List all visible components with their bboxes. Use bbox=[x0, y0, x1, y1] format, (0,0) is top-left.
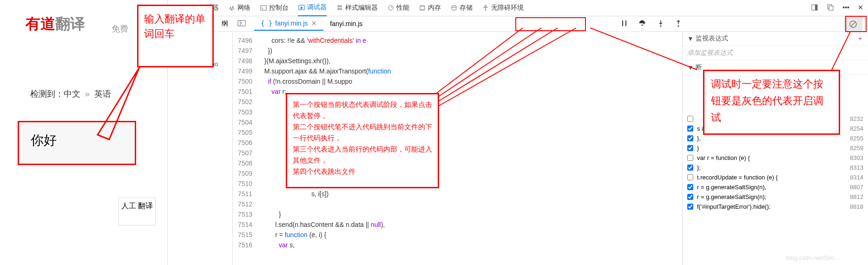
logo-red: 有道 bbox=[26, 15, 55, 32]
file-tab[interactable]: fanyi.min.js bbox=[323, 17, 369, 30]
logo-gray: 翻译 bbox=[55, 15, 85, 32]
annotation-gray-button: 调试时一定要注意这个按钮要是灰色的代表开启调试 bbox=[703, 70, 840, 135]
svg-point-13 bbox=[660, 26, 662, 27]
tab-performance[interactable]: 性能 bbox=[387, 4, 409, 12]
line-numbers: 7496749774987499750075017502750375047505… bbox=[233, 32, 256, 265]
svg-point-5 bbox=[485, 5, 487, 7]
svg-point-14 bbox=[678, 26, 679, 27]
breakpoint-checkbox[interactable] bbox=[687, 204, 693, 210]
file-tab[interactable]: { }fanyi.min.js✕ bbox=[254, 17, 323, 31]
svg-rect-3 bbox=[420, 6, 425, 10]
close-devtools-icon[interactable]: ✕ bbox=[858, 4, 863, 13]
breakpoint-checkbox[interactable] bbox=[687, 184, 693, 190]
breakpoint-item[interactable]: f('#inputTargetError').hide();8818 bbox=[683, 202, 868, 212]
pause-button[interactable] bbox=[621, 20, 628, 28]
breakpoint-checkbox[interactable] bbox=[687, 165, 693, 171]
tab-styleeditor[interactable]: 样式编辑器 bbox=[336, 4, 378, 12]
breakpoint-item[interactable]: var r = function (e) {8303 bbox=[683, 153, 868, 163]
add-watch-icon[interactable]: ＋ bbox=[857, 34, 863, 43]
site-subtitle: 免费 bbox=[112, 23, 128, 34]
tab-memory[interactable]: 内存 bbox=[419, 4, 441, 12]
breakpoint-item[interactable]: }8259 bbox=[683, 143, 868, 153]
breakpoint-checkbox[interactable] bbox=[687, 135, 693, 141]
breakpoint-item[interactable]: r = g.generateSaltSign(n);8812 bbox=[683, 192, 868, 202]
arrow-icon: » bbox=[85, 89, 90, 99]
tab-accessibility[interactable]: 无障碍环境 bbox=[482, 4, 524, 12]
breakpoint-checkbox[interactable] bbox=[687, 155, 693, 161]
breakpoint-checkbox[interactable] bbox=[687, 174, 693, 180]
step-over-button[interactable] bbox=[638, 20, 647, 28]
site-logo: 有道翻译 bbox=[26, 14, 85, 34]
watermark: blog.csdn.net/Sim… bbox=[786, 254, 840, 261]
tab-network[interactable]: 网络 bbox=[228, 4, 250, 12]
watch-input[interactable]: 添加监视表达式 bbox=[683, 46, 868, 60]
manual-translate-button[interactable]: 人工 翻译 bbox=[118, 198, 156, 225]
bp-label: 断 bbox=[696, 63, 702, 72]
close-icon[interactable]: ✕ bbox=[311, 20, 317, 27]
breakpoint-checkbox[interactable] bbox=[687, 194, 693, 200]
step-into-button[interactable] bbox=[657, 20, 664, 28]
watch-label: 监视表达式 bbox=[696, 34, 728, 43]
tab-console[interactable]: 控制台 bbox=[260, 4, 289, 12]
breakpoint-checkbox[interactable] bbox=[687, 116, 693, 122]
annotation-tail-1 bbox=[93, 60, 144, 144]
watch-section-header[interactable]: ▼ 监视表达式 ＋ bbox=[683, 32, 868, 46]
tab-debugger[interactable]: 调试器 bbox=[298, 0, 327, 16]
right-panel: ▼ 监视表达式 ＋ 添加监视表达式 ▼ 断 8232s && e.succ…82… bbox=[682, 32, 868, 265]
lang-from: 中文 bbox=[64, 89, 80, 99]
more-icon[interactable]: ••• bbox=[842, 4, 849, 13]
breakpoint-item[interactable]: },8255 bbox=[683, 133, 868, 143]
svg-rect-10 bbox=[238, 20, 245, 26]
svg-point-4 bbox=[452, 6, 456, 7]
breakpoint-checkbox[interactable] bbox=[687, 126, 693, 132]
file-tab-bar: 纲 { }fanyi.min.js✕fanyi.min.js bbox=[168, 16, 868, 32]
breakpoint-item[interactable]: t.recordUpdate = function (e) {8314 bbox=[683, 172, 868, 182]
debug-controls bbox=[621, 16, 682, 32]
devtools-tabs: 查看器 网络 控制台 调试器 样式编辑器 性能 内存 存储 无障碍环境 ••• … bbox=[168, 0, 868, 16]
expand-icon: ▼ bbox=[687, 35, 694, 42]
expand-icon: ▼ bbox=[687, 64, 694, 71]
disable-breakpoints-button[interactable] bbox=[844, 16, 862, 32]
svg-rect-9 bbox=[829, 6, 833, 10]
annotation-debug-buttons: 第一个按钮当前状态代表调试阶段，如果点击代表暂停， 第二个按钮代笔不进入代码跳到… bbox=[286, 93, 439, 188]
breakpoint-item[interactable]: };8313 bbox=[683, 163, 868, 172]
svg-rect-1 bbox=[261, 6, 266, 10]
svg-rect-7 bbox=[815, 5, 817, 10]
svg-point-12 bbox=[642, 25, 643, 26]
dock-side-icon[interactable] bbox=[811, 4, 818, 13]
dock-window-icon[interactable] bbox=[827, 4, 834, 13]
breakpoint-item[interactable]: r = g.generateSaltSign(n),8807 bbox=[683, 182, 868, 192]
detect-prefix: 检测到： bbox=[30, 89, 64, 99]
annotation-input: 输入翻译的单词回车 bbox=[137, 5, 214, 67]
sidebar-toggle-icon[interactable] bbox=[237, 20, 246, 28]
breakpoint-checkbox[interactable] bbox=[687, 145, 693, 151]
tab-storage[interactable]: 存储 bbox=[450, 4, 473, 12]
step-out-button[interactable] bbox=[675, 20, 682, 28]
